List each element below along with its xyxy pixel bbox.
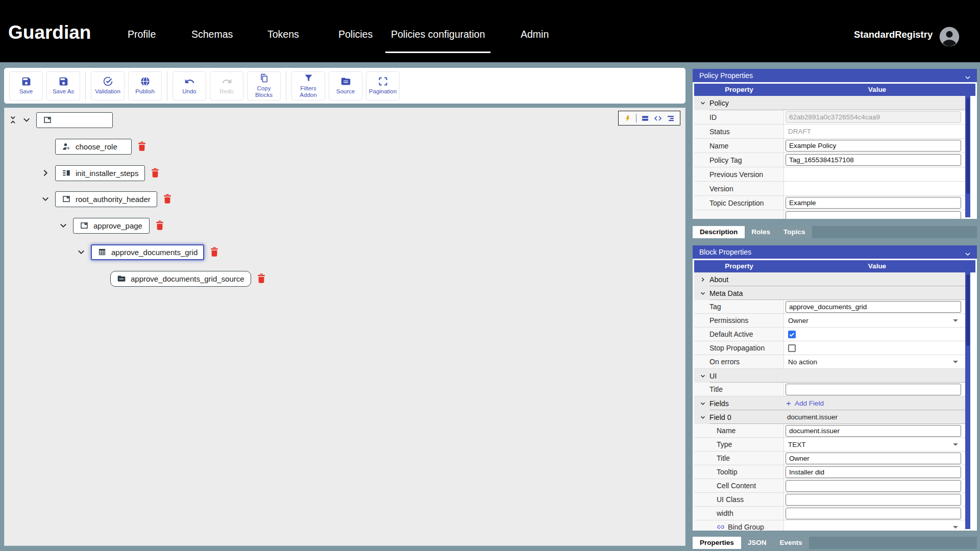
title-input[interactable]	[786, 384, 961, 395]
tab-description[interactable]: Description	[693, 226, 745, 238]
add-field-label: Add Field	[795, 399, 824, 407]
copy-blocks-icon	[259, 73, 270, 84]
delete-block-icon[interactable]	[150, 167, 160, 179]
block-node-label: root_authority_header	[76, 195, 151, 204]
events-icon[interactable]	[624, 114, 631, 122]
block-properties-header[interactable]: Block Properties	[693, 245, 977, 259]
block-node-approve-documents-grid-source[interactable]: approve_documents_grid_source	[110, 271, 251, 287]
nav-item-policies-configuration[interactable]: Policies configuration	[385, 29, 491, 40]
save-button[interactable]: Save	[9, 71, 43, 101]
chevron-down-icon[interactable]	[964, 248, 971, 256]
nav-item-tokens[interactable]: Tokens	[262, 29, 305, 40]
delete-block-icon[interactable]	[162, 193, 173, 205]
chevron-down-icon[interactable]	[700, 100, 706, 106]
delete-block-icon[interactable]	[137, 141, 147, 152]
chevron-down-icon[interactable]	[700, 373, 706, 379]
undo-button[interactable]: Undo	[173, 71, 206, 101]
chevron-down-icon[interactable]	[700, 414, 706, 420]
publish-icon	[140, 76, 151, 87]
add-field-button[interactable]: Add Field	[786, 399, 824, 407]
topic-description-input[interactable]: Example	[786, 197, 961, 209]
delete-block-icon[interactable]	[209, 246, 219, 258]
ui-class-input[interactable]	[786, 494, 961, 506]
block-node-blank[interactable]	[36, 112, 113, 128]
user-avatar-icon[interactable]	[939, 26, 960, 47]
tag-input[interactable]: approve_documents_grid	[786, 301, 961, 313]
code-view-icon[interactable]	[654, 114, 662, 122]
tab-properties[interactable]: Properties	[693, 537, 741, 549]
nav-item-profile[interactable]: Profile	[122, 29, 161, 40]
property-row-on-errors: On errorsNo action	[694, 355, 965, 369]
button-label: Filters Addon	[293, 85, 324, 98]
text-input[interactable]	[786, 211, 961, 219]
block-node-label: approve_documents_grid	[111, 248, 198, 257]
chevron-down-icon[interactable]	[964, 72, 971, 79]
chevron-down-icon[interactable]	[77, 247, 86, 257]
policy-tag-input[interactable]: Tag_1655384157108	[786, 154, 961, 166]
policy-properties-header[interactable]: Policy Properties	[693, 69, 977, 82]
property-row-ui: UI	[694, 369, 965, 383]
nav-item-policies[interactable]: Policies	[333, 29, 378, 40]
policy-properties-title: Policy Properties	[699, 71, 753, 80]
type-select[interactable]: TEXT	[784, 441, 806, 448]
default-active-checkbox[interactable]	[788, 331, 796, 338]
property-row-meta-data: Meta Data	[694, 286, 965, 300]
policy-table-scrollbar[interactable]	[965, 96, 970, 217]
blocks-view-icon[interactable]	[641, 114, 649, 122]
dropdown-arrow-icon[interactable]	[953, 361, 958, 363]
block-node-choose-role[interactable]: choose_role	[55, 139, 132, 155]
on-errors-select[interactable]: No action	[784, 358, 817, 366]
validation-button[interactable]: Validation	[91, 71, 125, 101]
cell-content-input[interactable]	[786, 480, 961, 492]
chevron-down-icon[interactable]	[700, 400, 706, 407]
collapse-all-icon[interactable]	[9, 115, 18, 124]
tree-view-icon[interactable]	[667, 114, 675, 122]
chevron-down-icon[interactable]	[700, 290, 706, 296]
nav-item-schemas[interactable]: Schemas	[186, 29, 238, 40]
dropdown-arrow-icon[interactable]	[953, 443, 958, 446]
property-row-topic-description: Topic DescriptionExample	[694, 196, 965, 210]
width-input[interactable]	[786, 508, 961, 519]
filters-addon-button[interactable]: Filters Addon	[291, 71, 325, 101]
tab-roles[interactable]: Roles	[745, 226, 777, 238]
permissions-select[interactable]: Owner	[784, 317, 808, 324]
filter-icon	[303, 73, 314, 84]
chevron-right-icon[interactable]	[41, 168, 50, 178]
tab-events[interactable]: Events	[773, 537, 809, 549]
publish-button[interactable]: Publish	[128, 71, 162, 101]
property-label: Title	[717, 454, 730, 462]
name-input[interactable]: document.issuer	[786, 425, 961, 437]
block-node-approve-page[interactable]: approve_page	[73, 218, 150, 234]
nav-item-admin[interactable]: Admin	[515, 29, 554, 40]
copy-blocks-button[interactable]: Copy Blocks	[247, 71, 281, 101]
group-value: document.issuer	[786, 413, 838, 421]
title-input[interactable]: Owner	[786, 453, 961, 464]
chevron-down-icon[interactable]	[59, 221, 68, 230]
chevron-right-icon[interactable]	[700, 277, 706, 283]
block-node-root-authority-header[interactable]: root_authority_header	[55, 191, 157, 207]
tab-json[interactable]: JSON	[741, 537, 773, 549]
name-input[interactable]: Example Policy	[786, 140, 961, 152]
property-row-title: Title	[694, 383, 965, 396]
property-label: Type	[717, 440, 732, 448]
redo-button[interactable]: Redo	[210, 71, 243, 101]
delete-block-icon[interactable]	[256, 273, 266, 284]
source-button[interactable]: Source	[329, 71, 362, 101]
pagination-button[interactable]: Pagination	[366, 71, 400, 101]
link-icon	[717, 523, 725, 531]
block-node-approve-documents-grid[interactable]: approve_documents_grid	[91, 244, 204, 260]
tab-topics[interactable]: Topics	[777, 226, 812, 238]
chevron-down-icon[interactable]	[22, 115, 31, 124]
property-row-ui-class: UI Class	[694, 493, 965, 507]
tooltip-input[interactable]: Installer did	[786, 466, 961, 478]
chevron-down-icon[interactable]	[41, 194, 50, 204]
delete-block-icon[interactable]	[155, 220, 165, 231]
stop-propagation-checkbox[interactable]	[788, 344, 796, 352]
property-label: Name	[717, 427, 736, 435]
block-table-scrollbar[interactable]	[965, 272, 970, 529]
block-node-init-installer-steps[interactable]: init_installer_steps	[55, 165, 145, 181]
property-row-policy: Policy	[694, 96, 965, 110]
dropdown-arrow-icon[interactable]	[953, 526, 958, 529]
save-as-button[interactable]: Save As	[46, 71, 80, 101]
dropdown-arrow-icon[interactable]	[953, 319, 958, 322]
